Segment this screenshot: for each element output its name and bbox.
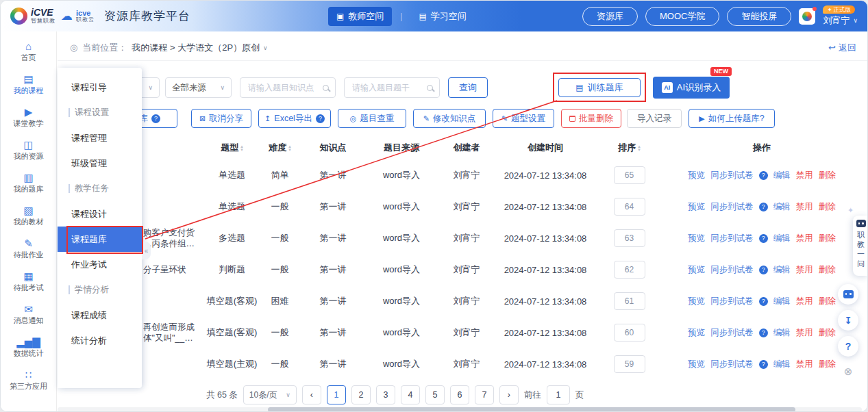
order-input[interactable]: 60 bbox=[614, 324, 645, 342]
delete-link[interactable]: 删除 bbox=[819, 201, 836, 213]
page-button-7[interactable]: 7 bbox=[475, 385, 494, 404]
upload-guide-button[interactable]: ▶如何上传题库? bbox=[689, 109, 775, 128]
page-button-4[interactable]: 4 bbox=[401, 385, 420, 404]
page-button-3[interactable]: 3 bbox=[376, 385, 395, 404]
help-icon[interactable]: ? bbox=[759, 234, 768, 243]
close-widgets-button[interactable]: ⊗ bbox=[841, 365, 855, 378]
order-input[interactable]: 59 bbox=[614, 355, 645, 373]
search-icon[interactable] bbox=[427, 85, 433, 91]
disable-link[interactable]: 禁用 bbox=[796, 296, 813, 307]
edit-link[interactable]: 编辑 bbox=[773, 264, 791, 276]
page-button-1[interactable]: 1 bbox=[327, 385, 346, 404]
sync-to-paper-link[interactable]: 同步到试卷 bbox=[710, 296, 754, 307]
cancel-share-button[interactable]: ⊠取消分享 bbox=[191, 109, 251, 128]
submenu-item-course-design[interactable]: 课程设计 bbox=[58, 201, 142, 227]
help-icon[interactable]: ? bbox=[151, 114, 160, 123]
help-icon[interactable]: ? bbox=[759, 171, 768, 180]
next-page-button[interactable]: › bbox=[499, 385, 519, 404]
help-icon[interactable]: ? bbox=[759, 329, 768, 337]
smart-cast-button[interactable]: 智能投屏 bbox=[727, 7, 791, 26]
sidebar-item-third-party-apps[interactable]: ∷第三方应用 bbox=[1, 364, 56, 397]
submenu-item-course-guide[interactable]: 课程引导 bbox=[58, 75, 142, 100]
sidebar-item-pending-exams[interactable]: ▦待批考试 bbox=[1, 266, 56, 298]
page-button-6[interactable]: 6 bbox=[450, 385, 469, 404]
delete-link[interactable]: 删除 bbox=[819, 170, 836, 181]
order-input[interactable]: 65 bbox=[614, 166, 645, 184]
sidebar-item-classroom-teaching[interactable]: ▶课堂教学 bbox=[1, 101, 56, 134]
page-button-2[interactable]: 2 bbox=[351, 385, 371, 404]
sidebar-item-my-courses[interactable]: ▤我的课程 bbox=[1, 68, 56, 101]
excel-export-button[interactable]: ↥Excel导出? bbox=[258, 109, 331, 128]
preview-link[interactable]: 预览 bbox=[688, 170, 705, 181]
disable-link[interactable]: 禁用 bbox=[796, 201, 813, 213]
goto-page-input[interactable]: 1 bbox=[547, 385, 570, 404]
app-grid-icon[interactable] bbox=[799, 8, 815, 25]
import-records-button[interactable]: 导入记录 bbox=[627, 109, 682, 128]
prev-page-button[interactable]: ‹ bbox=[302, 385, 321, 404]
edit-link[interactable]: 编辑 bbox=[773, 170, 791, 181]
order-input[interactable]: 61 bbox=[614, 292, 645, 310]
order-input[interactable]: 63 bbox=[614, 229, 645, 247]
sync-to-paper-link[interactable]: 同步到试卷 bbox=[710, 327, 754, 339]
help-icon[interactable]: ? bbox=[316, 114, 325, 123]
user-menu[interactable]: ✦ 正式版 刘宵宁 ∨ bbox=[823, 5, 858, 27]
assistant-tab[interactable]: 职教一问 bbox=[853, 216, 868, 276]
page-size-select[interactable]: 10条/页∨ bbox=[243, 385, 297, 404]
back-button[interactable]: ↩ 返回 bbox=[828, 42, 856, 54]
preview-link[interactable]: 预览 bbox=[688, 264, 705, 276]
edit-link[interactable]: 编辑 bbox=[773, 296, 791, 307]
sync-to-paper-link[interactable]: 同步到试卷 bbox=[710, 233, 754, 244]
train-question-bank-button[interactable]: ▤ 训练题库 bbox=[558, 78, 641, 97]
help-button[interactable]: ? bbox=[838, 336, 858, 357]
icve-cloud-logo[interactable]: ☁ icve 职教云 bbox=[61, 9, 95, 23]
help-icon[interactable]: ? bbox=[759, 297, 768, 306]
preview-link[interactable]: 预览 bbox=[688, 359, 705, 370]
delete-link[interactable]: 删除 bbox=[819, 233, 836, 244]
delete-link[interactable]: 删除 bbox=[819, 327, 836, 339]
sync-to-paper-link[interactable]: 同步到试卷 bbox=[710, 264, 754, 276]
help-icon[interactable]: ? bbox=[759, 266, 768, 274]
preview-link[interactable]: 预览 bbox=[688, 296, 705, 307]
submenu-item-course-management[interactable]: 课程管理 bbox=[58, 125, 142, 151]
delete-link[interactable]: 删除 bbox=[819, 296, 836, 307]
sync-to-paper-link[interactable]: 同步到试卷 bbox=[710, 170, 754, 181]
submenu-item-course-grades[interactable]: 课程成绩 bbox=[58, 302, 142, 328]
page-button-5[interactable]: 5 bbox=[425, 385, 445, 404]
sync-to-paper-link[interactable]: 同步到试卷 bbox=[710, 359, 754, 370]
sidebar-item-my-textbooks[interactable]: ▧我的教材 bbox=[1, 200, 56, 233]
sidebar-item-data-statistics[interactable]: ▂▅▇数据统计 bbox=[1, 331, 56, 364]
sidebar-item-notifications[interactable]: ✉消息通知 bbox=[1, 298, 56, 331]
submenu-item-homework-exam[interactable]: 作业考试 bbox=[58, 252, 142, 277]
download-button[interactable]: ↧ bbox=[838, 310, 858, 331]
type-settings-button[interactable]: ✎题型设置 bbox=[493, 109, 554, 128]
sidebar-item-home[interactable]: ⌂首页 bbox=[1, 36, 56, 68]
question-stem-input[interactable] bbox=[351, 82, 423, 93]
preview-link[interactable]: 预览 bbox=[688, 327, 705, 339]
query-button[interactable]: 查询 bbox=[448, 77, 488, 98]
sidebar-item-my-resources[interactable]: ◫我的资源 bbox=[1, 134, 56, 167]
sync-to-paper-link[interactable]: 同步到试卷 bbox=[710, 201, 754, 213]
resource-library-button[interactable]: 资源库 bbox=[582, 7, 638, 26]
sidebar-item-pending-homework[interactable]: ✎待批作业 bbox=[1, 233, 56, 266]
modify-knowledge-button[interactable]: ✎修改知识点 bbox=[413, 109, 486, 128]
source-select[interactable]: 全部来源 ∨ bbox=[165, 77, 232, 98]
knowledge-point-input[interactable] bbox=[247, 82, 319, 93]
preview-link[interactable]: 预览 bbox=[688, 201, 705, 213]
ai-assistant-button[interactable] bbox=[838, 284, 858, 305]
edit-link[interactable]: 编辑 bbox=[773, 327, 791, 339]
disable-link[interactable]: 禁用 bbox=[796, 170, 813, 181]
order-input[interactable]: 64 bbox=[614, 198, 645, 216]
edit-link[interactable]: 编辑 bbox=[773, 201, 791, 213]
panel-collapse-handle[interactable]: « bbox=[142, 242, 151, 259]
sort-buttons[interactable]: ▴▾ bbox=[638, 144, 641, 151]
sidebar-item-my-question-bank[interactable]: ▥我的题库 bbox=[1, 167, 56, 200]
order-input[interactable]: 62 bbox=[614, 261, 645, 279]
duplicate-check-button[interactable]: ◎题目查重 bbox=[338, 109, 406, 128]
submenu-item-class-management[interactable]: 班级管理 bbox=[58, 151, 142, 176]
icve-logo[interactable]: iCVE 智慧职教 bbox=[10, 8, 55, 25]
edit-link[interactable]: 编辑 bbox=[773, 359, 791, 370]
ai-recognition-button[interactable]: AI AI识别录入 bbox=[653, 77, 730, 99]
disable-link[interactable]: 禁用 bbox=[796, 359, 813, 370]
horizontal-scrollbar-thumb[interactable] bbox=[268, 407, 795, 412]
preview-link[interactable]: 预览 bbox=[688, 233, 705, 244]
